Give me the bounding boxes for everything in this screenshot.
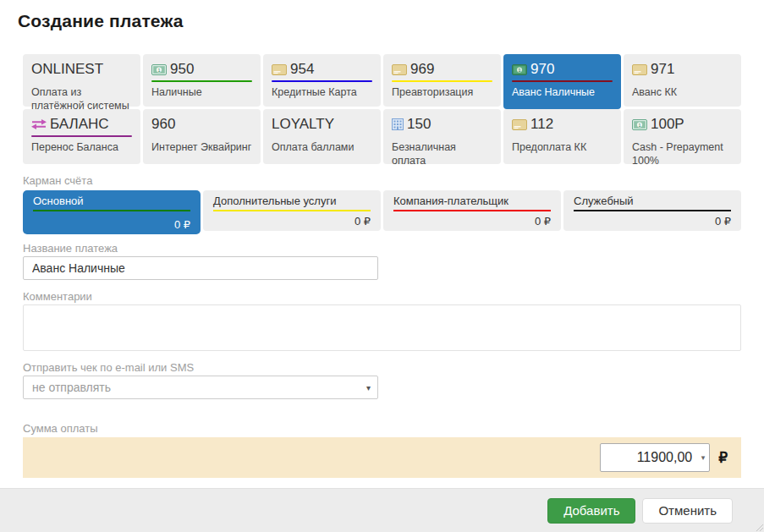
pocket-amount: 0 ₽ bbox=[393, 215, 551, 228]
pocket-grid: Основной 0 ₽ Дополнительные услуги 0 ₽ К… bbox=[23, 190, 741, 231]
receipt-select[interactable]: не отправлять ▾ bbox=[23, 376, 378, 399]
credit-card-icon bbox=[392, 64, 407, 75]
payment-method-code: БАЛАНС bbox=[50, 116, 109, 133]
payment-method-label: Аванс Наличные bbox=[512, 85, 613, 99]
payment-method-label: Кредитные Карта bbox=[272, 85, 372, 99]
payment-method-label: Перенос Баланса bbox=[31, 140, 132, 154]
payment-tile-loyalty[interactable]: LOYALTY Оплата баллами bbox=[263, 109, 381, 164]
payment-method-label: Наличные bbox=[151, 85, 252, 99]
payment-name-input[interactable] bbox=[23, 256, 378, 280]
pocket-name: Дополнительные услуги bbox=[213, 195, 371, 207]
banknote-icon: 1 bbox=[632, 119, 647, 130]
payment-method-label: Предоплата КК bbox=[512, 140, 613, 154]
pocket-section-label: Карман счёта bbox=[23, 174, 741, 187]
pocket-amount: 0 ₽ bbox=[33, 218, 190, 231]
transfer-arrows-icon bbox=[31, 119, 47, 129]
payment-method-code: 954 bbox=[290, 61, 314, 78]
payment-tile-970-selected[interactable]: 1 970 Аванс Наличные bbox=[503, 54, 621, 109]
payment-tile-950[interactable]: 1 950 Наличные bbox=[143, 54, 261, 107]
pocket-underline bbox=[213, 210, 371, 211]
create-payment-dialog: Создание платежа ONLINEST Оплата из плат… bbox=[0, 0, 764, 532]
payment-method-label: Преавторизация bbox=[392, 85, 492, 99]
receipt-selected-option: не отправлять bbox=[32, 381, 111, 394]
payment-method-label: Cash - Prepayment 100% bbox=[632, 140, 733, 168]
svg-text:1: 1 bbox=[157, 67, 160, 72]
payment-tile-969[interactable]: 969 Преавторизация bbox=[383, 54, 501, 107]
payment-method-label: Оплата баллами bbox=[272, 140, 372, 154]
svg-text:1: 1 bbox=[518, 67, 520, 72]
payment-method-code: LOYALTY bbox=[272, 116, 334, 133]
payment-method-code: 100Р bbox=[651, 116, 684, 133]
payment-tile-954[interactable]: 954 Кредитные Карта bbox=[263, 54, 381, 107]
payment-tile-onlinest[interactable]: ONLINEST Оплата из платёжной системы (по… bbox=[23, 54, 140, 107]
payment-method-grid: ONLINEST Оплата из платёжной системы (по… bbox=[23, 54, 741, 164]
amount-label: Сумма оплаты bbox=[23, 422, 741, 435]
payment-name-label: Название платежа bbox=[23, 242, 741, 255]
tile-underline bbox=[632, 80, 733, 82]
pocket-tile-additional[interactable]: Дополнительные услуги 0 ₽ bbox=[203, 190, 381, 231]
add-button[interactable]: Добавить bbox=[547, 498, 635, 524]
banknote-icon: 1 bbox=[512, 64, 527, 75]
credit-card-icon bbox=[632, 64, 647, 75]
tile-underline bbox=[392, 135, 492, 137]
payment-tile-112[interactable]: 112 Предоплата КК bbox=[503, 109, 621, 164]
payment-method-code: 950 bbox=[170, 61, 194, 78]
payment-tile-971[interactable]: 971 Аванс КК bbox=[624, 54, 741, 107]
tile-underline bbox=[272, 80, 372, 82]
credit-card-icon bbox=[272, 64, 287, 75]
payment-method-label: Безналичная оплата bbox=[392, 140, 492, 168]
svg-text:1: 1 bbox=[638, 122, 640, 127]
pocket-underline bbox=[574, 210, 731, 211]
payment-method-label: Аванс КК bbox=[632, 85, 733, 99]
ruble-currency-symbol: ₽ bbox=[718, 449, 728, 467]
pocket-name: Компания-плательщик bbox=[393, 195, 551, 207]
cancel-button[interactable]: Отменить bbox=[642, 498, 733, 524]
tile-underline bbox=[31, 80, 132, 82]
chevron-down-icon: ▾ bbox=[366, 383, 371, 392]
comments-label: Комментарии bbox=[23, 290, 741, 303]
amount-strip: ▾ ₽ bbox=[23, 437, 741, 478]
pocket-name: Служебный bbox=[574, 195, 731, 207]
page-title: Создание платежа bbox=[18, 11, 764, 31]
payment-tile-100r[interactable]: 1 100Р Cash - Prepayment 100% bbox=[624, 109, 741, 164]
pocket-tile-company[interactable]: Компания-плательщик 0 ₽ bbox=[383, 190, 561, 231]
credit-card-icon bbox=[512, 119, 527, 130]
payment-tile-960[interactable]: 960 Интернет Эквайринг bbox=[143, 109, 261, 164]
payment-method-code: 971 bbox=[651, 61, 674, 78]
payment-method-code: 969 bbox=[410, 61, 434, 78]
tile-underline bbox=[151, 80, 252, 82]
building-icon bbox=[392, 118, 404, 130]
payment-tile-balans[interactable]: БАЛАНС Перенос Баланса bbox=[23, 109, 140, 164]
payment-method-code: 970 bbox=[530, 61, 554, 78]
pocket-tile-main-selected[interactable]: Основной 0 ₽ bbox=[23, 190, 201, 234]
pocket-underline bbox=[33, 210, 190, 211]
pocket-tile-service[interactable]: Служебный 0 ₽ bbox=[563, 190, 741, 231]
payment-tile-150[interactable]: 150 Безналичная оплата bbox=[383, 109, 501, 164]
tile-underline bbox=[151, 135, 252, 137]
payment-method-code: ONLINEST bbox=[31, 61, 103, 78]
tile-underline bbox=[31, 135, 132, 137]
amount-input[interactable] bbox=[600, 443, 710, 472]
payment-method-code: 112 bbox=[530, 116, 553, 133]
pocket-amount: 0 ₽ bbox=[213, 215, 371, 228]
pocket-underline bbox=[393, 210, 551, 211]
payment-method-code: 960 bbox=[151, 116, 175, 133]
comments-textarea[interactable] bbox=[23, 304, 741, 351]
tile-underline bbox=[272, 135, 372, 137]
payment-method-code: 150 bbox=[407, 116, 431, 133]
dialog-footer: Добавить Отменить bbox=[0, 488, 764, 532]
banknote-icon: 1 bbox=[151, 64, 167, 75]
tile-underline bbox=[632, 135, 733, 137]
pocket-amount: 0 ₽ bbox=[574, 215, 731, 228]
tile-underline bbox=[512, 135, 613, 137]
receipt-label: Отправить чек по e-mail или SMS bbox=[23, 361, 741, 374]
tile-underline bbox=[512, 80, 613, 82]
tile-underline bbox=[392, 80, 492, 82]
payment-method-label: Интернет Эквайринг bbox=[151, 140, 252, 154]
pocket-name: Основной bbox=[33, 195, 190, 207]
